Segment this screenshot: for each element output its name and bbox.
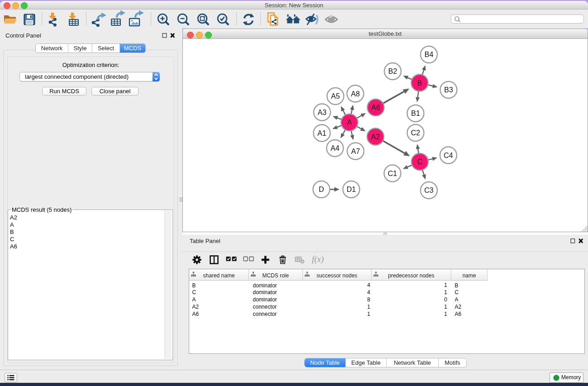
svg-text:A1: A1 — [317, 129, 326, 137]
svg-text:A3: A3 — [318, 109, 327, 116]
svg-text:A4: A4 — [330, 144, 339, 152]
svg-text:C: C — [417, 158, 423, 166]
svg-text:A: A — [347, 119, 352, 126]
svg-text:A6: A6 — [371, 104, 380, 111]
svg-text:C1: C1 — [388, 170, 397, 177]
svg-text:A5: A5 — [331, 92, 340, 100]
svg-text:C4: C4 — [444, 152, 453, 159]
svg-text:D: D — [319, 186, 324, 193]
svg-text:B: B — [417, 79, 422, 87]
svg-text:C2: C2 — [411, 129, 421, 137]
svg-text:A8: A8 — [351, 90, 360, 98]
svg-text:B2: B2 — [388, 67, 397, 75]
svg-text:C3: C3 — [424, 186, 434, 194]
svg-text:A2: A2 — [371, 133, 380, 141]
svg-text:B4: B4 — [425, 51, 434, 58]
svg-text:B1: B1 — [411, 110, 420, 117]
svg-text:A7: A7 — [351, 148, 360, 155]
svg-text:B3: B3 — [444, 86, 453, 94]
svg-text:D1: D1 — [347, 186, 356, 193]
